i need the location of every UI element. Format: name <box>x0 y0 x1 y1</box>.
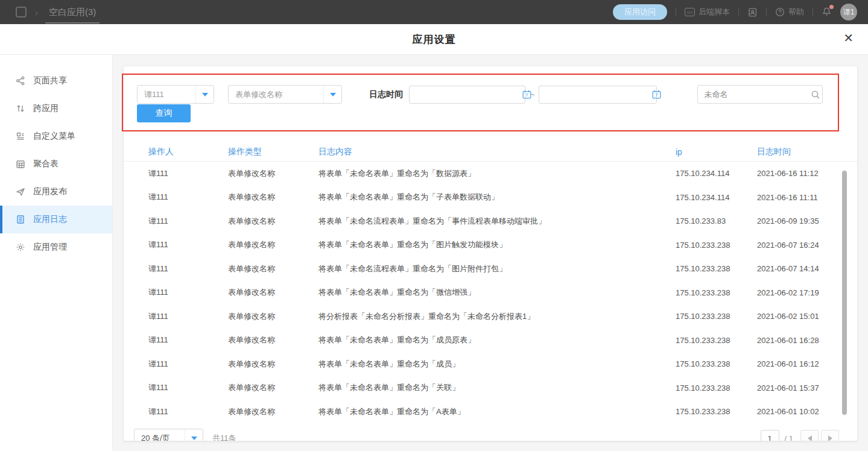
backend-script-label: 后端脚本 <box>699 7 730 17</box>
table-row[interactable]: 谭111 表单修改名称 将分析报表「未命名分析报表」重命名为「未命名分析报表1」… <box>124 304 857 329</box>
cell-operator: 谭111 <box>148 192 228 203</box>
sidebar-item-cross-app[interactable]: 跨应用 <box>0 95 112 122</box>
sidebar-item-label: 跨应用 <box>33 103 59 114</box>
table-row[interactable]: 谭111 表单修改名称 将表单「未命名表单」重命名为「成员原表」 175.10.… <box>124 329 857 353</box>
help-button[interactable]: 帮助 <box>775 7 804 17</box>
cell-type: 表单修改名称 <box>228 359 318 370</box>
date-from-field[interactable]: 7 <box>409 86 525 104</box>
cell-content: 将表单「未命名流程表单」重命名为「图片附件打包」 <box>318 263 676 274</box>
col-time[interactable]: 日志时间 <box>757 147 857 157</box>
notification-bell-icon[interactable] <box>822 6 832 19</box>
next-page-button[interactable] <box>821 430 839 441</box>
log-card: 谭111 表单修改名称 日志时间 7 ~ <box>124 66 857 441</box>
table-row[interactable]: 谭111 表单修改名称 将表单「未命名表单」重命名为「成员」 175.10.23… <box>124 352 857 376</box>
cell-operator: 谭111 <box>148 406 228 417</box>
col-ip[interactable]: ip <box>676 147 757 157</box>
search-input[interactable] <box>698 90 811 99</box>
current-page-input[interactable]: 1 <box>761 430 779 441</box>
cell-type: 表单修改名称 <box>228 382 318 393</box>
table-row[interactable]: 谭111 表单修改名称 将表单「未命名表单」重命名为「关联」 175.10.23… <box>124 376 857 400</box>
date-to-field[interactable]: 7 <box>539 86 657 104</box>
gear-icon <box>15 242 25 253</box>
table-row[interactable]: 谭111 表单修改名称 将表单「未命名表单」重命名为「A表单」 175.10.2… <box>124 400 857 424</box>
prev-page-button[interactable] <box>800 430 819 441</box>
sidebar-item-aggregate-table[interactable]: 聚合表 <box>0 150 112 178</box>
top-app-bar: › 空白应用(3) 应用访问 </> 后端脚本 帮助 <box>0 0 868 24</box>
settings-sidebar: 页面共享 跨应用 自定义菜单 <box>0 55 113 451</box>
cell-type: 表单修改名称 <box>228 311 318 322</box>
log-panel: 谭111 表单修改名称 日志时间 7 ~ <box>113 55 868 451</box>
date-from-input[interactable] <box>410 86 522 103</box>
calendar-icon[interactable]: 7 <box>651 89 662 99</box>
sidebar-item-label: 应用管理 <box>33 242 67 253</box>
svg-text:7: 7 <box>525 92 528 98</box>
pagination-left: 20 条/页 共11条 <box>134 429 236 441</box>
cell-ip: 175.10.234.114 <box>676 193 757 202</box>
sidebar-item-app-publish[interactable]: 应用发布 <box>0 178 112 206</box>
cell-content: 将表单「未命名流程表单」重命名为「事件流程表单移动端审批」 <box>318 216 676 227</box>
cell-type: 表单修改名称 <box>228 192 318 203</box>
col-operator[interactable]: 操作人 <box>148 147 228 157</box>
operator-select[interactable]: 谭111 <box>137 85 214 104</box>
total-count: 共11条 <box>212 433 236 441</box>
cell-ip: 175.10.233.238 <box>676 359 757 368</box>
question-circle-icon <box>775 7 785 17</box>
notification-dot <box>829 5 834 9</box>
contacts-button[interactable] <box>747 7 758 17</box>
cell-type: 表单修改名称 <box>228 263 318 274</box>
sidebar-item-app-manage[interactable]: 应用管理 <box>0 233 112 261</box>
scrollbar-thumb[interactable] <box>842 171 847 415</box>
app-access-button[interactable]: 应用访问 <box>613 4 667 20</box>
date-to-input[interactable] <box>539 86 651 103</box>
sidebar-item-custom-menu[interactable]: 自定义菜单 <box>0 122 112 150</box>
svg-text:7: 7 <box>655 92 658 98</box>
table-row[interactable]: 谭111 表单修改名称 将表单「未命名流程表单」重命名为「图片附件打包」 175… <box>124 257 857 281</box>
cell-content: 将表单「未命名表单」重命名为「关联」 <box>318 382 676 393</box>
breadcrumb-app-name[interactable]: 空白应用(3) <box>46 7 98 18</box>
cell-type: 表单修改名称 <box>228 239 318 250</box>
cell-content: 将表单「未命名表单」重命名为「A表单」 <box>318 406 676 417</box>
cell-operator: 谭111 <box>148 311 228 322</box>
query-button[interactable]: 查询 <box>137 104 191 122</box>
user-avatar[interactable]: 谭1 <box>840 4 857 20</box>
app-home-icon[interactable] <box>16 7 27 17</box>
cell-content: 将表单「未命名表单」重命名为「成员」 <box>318 359 676 370</box>
operation-type-select[interactable]: 表单修改名称 <box>228 85 342 104</box>
filter-bar: 谭111 表单修改名称 日志时间 7 ~ <box>124 66 857 104</box>
publish-send-icon <box>15 187 25 197</box>
cell-type: 表单修改名称 <box>228 406 318 417</box>
backend-script-button[interactable]: </> 后端脚本 <box>685 7 730 17</box>
cell-ip: 175.10.233.238 <box>676 288 757 297</box>
table-row[interactable]: 谭111 表单修改名称 将表单「未命名表单」重命名为「图片触发功能模块」 175… <box>124 233 857 257</box>
chevron-down-icon <box>323 86 341 103</box>
table-row[interactable]: 谭111 表单修改名称 将表单「未命名表单」重命名为「子表单数据联动」 175.… <box>124 186 857 210</box>
chevron-down-icon <box>195 86 214 103</box>
sidebar-item-page-share[interactable]: 页面共享 <box>0 67 112 95</box>
cell-type: 表单修改名称 <box>228 168 318 179</box>
close-icon[interactable]: ✕ <box>843 32 854 44</box>
log-document-icon <box>15 215 25 225</box>
sidebar-item-label: 自定义菜单 <box>33 131 75 142</box>
page-size-select[interactable]: 20 条/页 <box>134 429 203 441</box>
cell-operator: 谭111 <box>148 335 228 345</box>
col-type[interactable]: 操作类型 <box>228 147 318 157</box>
cell-content: 将表单「未命名表单」重命名为「图片触发功能模块」 <box>318 239 676 250</box>
table-row[interactable]: 谭111 表单修改名称 将表单「未命名表单」重命名为「数据源表」 175.10.… <box>124 162 857 186</box>
code-icon: </> <box>685 8 695 16</box>
sidebar-item-app-log[interactable]: 应用日志 <box>0 206 112 233</box>
sidebar-item-label: 页面共享 <box>33 75 67 86</box>
search-icon[interactable] <box>811 90 820 99</box>
cell-ip: 175.10.233.238 <box>676 407 757 416</box>
cell-content: 将表单「未命名表单」重命名为「子表单数据联动」 <box>318 192 676 203</box>
table-row[interactable]: 谭111 表单修改名称 将表单「未命名流程表单」重命名为「事件流程表单移动端审批… <box>124 209 857 233</box>
page-of-label: / 1 <box>785 434 793 441</box>
col-content[interactable]: 日志内容 <box>318 147 676 157</box>
divider <box>766 8 767 16</box>
search-field[interactable] <box>697 85 823 104</box>
modal-header: 应用设置 ✕ <box>0 24 868 55</box>
cell-content: 将表单「未命名表单」重命名为「数据源表」 <box>318 168 676 179</box>
cell-operator: 谭111 <box>148 287 228 298</box>
page-size-value: 20 条/页 <box>135 433 185 441</box>
table-row[interactable]: 谭111 表单修改名称 将表单「未命名表单」重命名为「微信增强」 175.10.… <box>124 281 857 305</box>
address-book-icon <box>747 7 758 17</box>
